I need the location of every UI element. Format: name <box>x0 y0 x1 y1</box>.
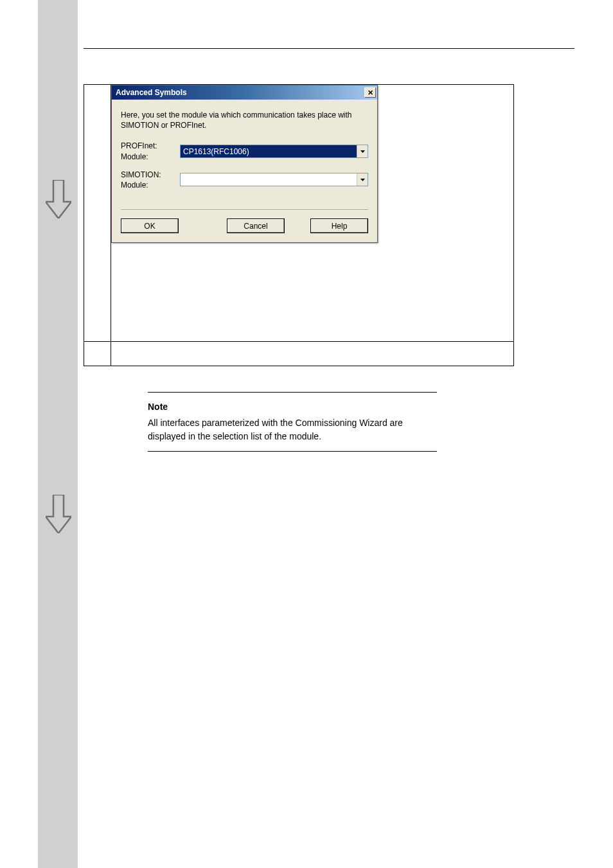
profinet-module-value: CP1613(RFC1006) <box>181 145 357 157</box>
simotion-module-combo[interactable] <box>180 173 368 186</box>
note-title: Note <box>148 400 437 414</box>
note-block: Note All interfaces parameterized with t… <box>148 392 437 452</box>
chevron-down-icon[interactable] <box>357 173 368 186</box>
note-body: All interfaces parameterized with the Co… <box>148 416 437 443</box>
dialog-titlebar: Advanced Symbols ✕ <box>112 85 377 100</box>
dialog-button-row: OK Cancel Help <box>121 218 368 233</box>
table-cell-left-2 <box>84 342 111 366</box>
ok-button[interactable]: OK <box>121 218 179 233</box>
dialog-title: Advanced Symbols <box>116 88 187 97</box>
simotion-module-value <box>181 173 357 186</box>
down-arrow-icon <box>46 495 71 533</box>
close-icon: ✕ <box>368 89 373 97</box>
button-separator <box>121 209 368 211</box>
figure-table: Advanced Symbols ✕ Here, you set the mod… <box>84 84 514 366</box>
down-arrow-icon <box>46 180 71 218</box>
simotion-module-row: SIMOTION: Module: <box>121 170 368 190</box>
close-button[interactable]: ✕ <box>364 87 376 98</box>
table-cell-right: Advanced Symbols ✕ Here, you set the mod… <box>111 85 514 342</box>
chevron-down-icon[interactable] <box>357 145 368 157</box>
help-button[interactable]: Help <box>310 218 368 233</box>
cancel-button[interactable]: Cancel <box>227 218 285 233</box>
table-cell-right-2 <box>111 342 514 366</box>
simotion-module-label: SIMOTION: Module: <box>121 170 180 190</box>
left-gutter <box>38 0 78 868</box>
profinet-module-combo[interactable]: CP1613(RFC1006) <box>180 145 368 158</box>
dialog-description: Here, you set the module via which commu… <box>121 110 368 130</box>
advanced-symbols-dialog: Advanced Symbols ✕ Here, you set the mod… <box>111 85 378 243</box>
profinet-module-label: PROFInet: Module: <box>121 141 180 161</box>
note-content: Note All interfaces parameterized with t… <box>148 393 437 451</box>
header-rule <box>84 48 574 49</box>
note-rule-bottom <box>148 451 437 452</box>
table-cell-left <box>84 85 111 342</box>
profinet-module-row: PROFInet: Module: CP1613(RFC1006) <box>121 141 368 161</box>
dialog-body: Here, you set the module via which commu… <box>112 100 377 242</box>
